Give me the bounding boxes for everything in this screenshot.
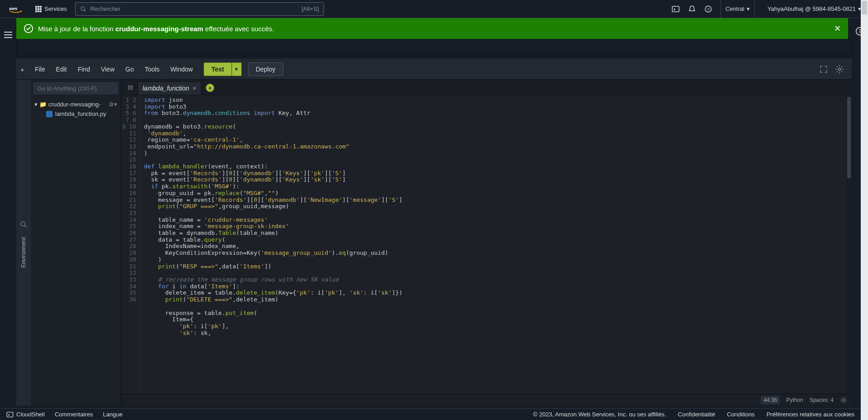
cloudshell-button[interactable]: CloudShell: [6, 411, 45, 418]
close-banner-button[interactable]: ✕: [834, 24, 841, 33]
chevron-down-icon: ▾: [747, 5, 750, 12]
footer-privacy[interactable]: Confidentialité: [678, 411, 715, 418]
hamburger-icon[interactable]: [0, 18, 16, 43]
svg-point-1: [81, 6, 85, 10]
tree-file-item[interactable]: lambda_function.py: [33, 109, 119, 119]
ide-left-gutter: Environment: [16, 80, 31, 406]
svg-rect-3: [672, 6, 679, 12]
check-circle-icon: [24, 24, 33, 33]
collapse-icon[interactable]: ▴: [21, 66, 24, 72]
search-shortcut: [Alt+S]: [301, 5, 319, 12]
folder-name: cruddur-messaging-: [48, 101, 101, 108]
svg-text:?: ?: [707, 6, 710, 11]
footer-copyright: © 2023, Amazon Web Services, Inc. ou ses…: [533, 411, 666, 418]
search-placeholder: Rechercher: [90, 5, 120, 12]
folder-icon: 📁: [39, 101, 47, 108]
add-tab-button[interactable]: +: [206, 84, 214, 92]
panel-divider: [16, 43, 852, 56]
code-editor[interactable]: 1 2 3 4 5 6 7 8 9 10 11 12 13 14 15 16 1…: [121, 95, 852, 394]
python-file-icon: [46, 111, 52, 117]
ide-shell: ▴ File Edit Find View Go Tools Window Te…: [16, 59, 852, 406]
menu-find[interactable]: Find: [73, 63, 95, 76]
close-tab-icon[interactable]: ×: [193, 85, 196, 92]
svg-point-11: [859, 29, 861, 30]
code-content[interactable]: import json import boto3 from boto3.dyna…: [140, 95, 852, 394]
tab-label: lambda_function: [143, 85, 189, 92]
user-selector[interactable]: YahyaAbulhaj @ 5984-8545-0821 ▾: [763, 5, 861, 12]
environment-tab[interactable]: Environment: [20, 237, 27, 267]
menu-window[interactable]: Window: [166, 63, 197, 76]
menu-file[interactable]: File: [30, 63, 50, 76]
tab-list-icon[interactable]: ▤: [128, 84, 133, 91]
cloudshell-icon[interactable]: [672, 5, 680, 13]
fullscreen-icon[interactable]: [820, 65, 828, 73]
line-gutter: 1 2 3 4 5 6 7 8 9 10 11 12 13 14 15 16 1…: [121, 95, 140, 394]
svg-point-16: [843, 399, 844, 401]
chevron-down-icon: ▾: [34, 101, 38, 108]
region-selector[interactable]: Central ▾: [720, 0, 755, 18]
gear-icon[interactable]: [835, 64, 844, 74]
menu-go[interactable]: Go: [121, 63, 138, 76]
search-input[interactable]: Rechercher [Alt+S]: [75, 2, 324, 16]
gear-icon[interactable]: [840, 396, 847, 404]
editor-scrollbar[interactable]: [846, 95, 852, 394]
svg-rect-17: [7, 412, 13, 417]
svg-line-2: [84, 10, 86, 11]
ide-menubar: ▴ File Edit Find View Go Tools Window Te…: [16, 59, 852, 80]
menu-view[interactable]: View: [96, 63, 119, 76]
file-name: lambda_function.py: [55, 110, 106, 117]
footer-comments[interactable]: Commentaires: [55, 411, 93, 418]
file-tree-panel: Go to Anything (Ctrl-P) ▾ 📁 cruddur-mess…: [31, 80, 121, 406]
page-scrollbar[interactable]: [861, 0, 868, 420]
footer-language[interactable]: Langue: [103, 411, 122, 418]
language-mode[interactable]: Python: [786, 397, 803, 403]
user-label: YahyaAbulhaj @ 5984-8545-0821: [768, 5, 856, 12]
deploy-button[interactable]: Deploy: [248, 62, 283, 76]
aws-logo[interactable]: aws: [7, 5, 25, 13]
page-footer: CloudShell Commentaires Langue © 2023, A…: [0, 408, 861, 420]
test-dropdown[interactable]: ▾: [232, 62, 242, 76]
top-nav: aws Services Rechercher [Alt+S] ? Centra…: [0, 0, 868, 18]
region-label: Central: [725, 5, 744, 12]
editor-tab-lambda[interactable]: lambda_function ×: [138, 81, 201, 95]
footer-terms[interactable]: Conditions: [727, 411, 754, 418]
svg-rect-12: [859, 31, 860, 33]
bell-icon[interactable]: [688, 5, 696, 13]
svg-text:aws: aws: [9, 5, 18, 10]
svg-point-14: [21, 222, 25, 226]
help-icon[interactable]: ?: [704, 5, 712, 13]
gear-icon[interactable]: ⚙▾: [109, 101, 117, 108]
svg-line-15: [24, 225, 26, 227]
test-button[interactable]: Test: [204, 62, 232, 76]
search-icon[interactable]: [20, 221, 27, 228]
goto-anything-input[interactable]: Go to Anything (Ctrl-P): [33, 81, 119, 95]
svg-point-13: [838, 68, 841, 71]
cursor-position[interactable]: 44:36: [761, 396, 780, 404]
footer-cookies[interactable]: Préférences relatives aux cookies: [767, 411, 854, 418]
search-icon: [80, 6, 86, 12]
banner-text: Mise à jour de la fonction cruddur-messa…: [38, 25, 274, 33]
editor-statusbar: 44:36 Python Spaces: 4: [121, 394, 852, 406]
menu-edit[interactable]: Edit: [52, 63, 72, 76]
success-banner: Mise à jour de la fonction cruddur-messa…: [16, 18, 848, 39]
tree-root-folder[interactable]: ▾ 📁 cruddur-messaging- ⚙▾: [33, 100, 119, 109]
services-label: Services: [44, 5, 67, 12]
grid-icon: [35, 6, 42, 12]
menu-tools[interactable]: Tools: [140, 63, 164, 76]
indent-mode[interactable]: Spaces: 4: [810, 397, 834, 403]
services-button[interactable]: Services: [32, 4, 71, 14]
editor-tabbar: ▤ lambda_function × +: [121, 80, 852, 95]
